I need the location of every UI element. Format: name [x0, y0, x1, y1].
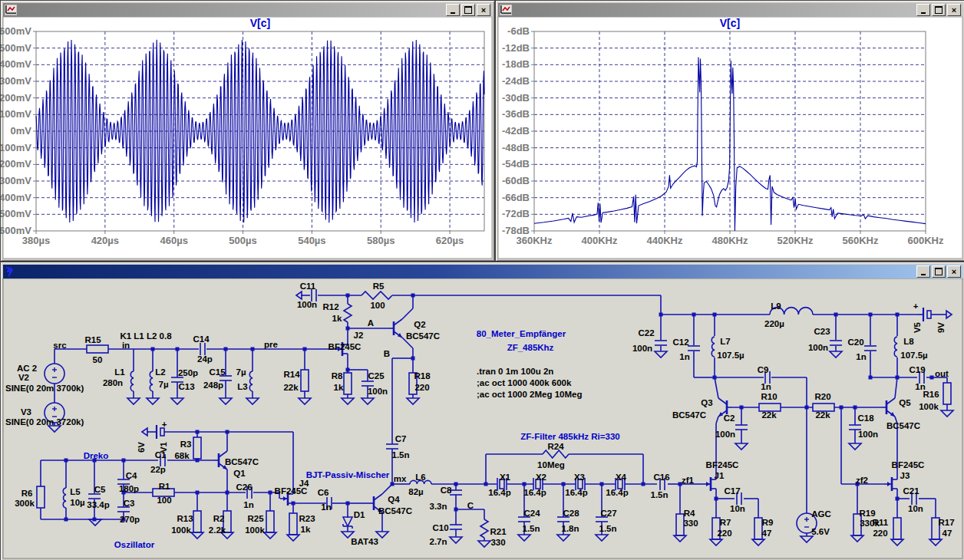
label-22p: 22p [150, 465, 166, 474]
label-100n: 100n [808, 343, 828, 352]
spectrum-titlebar[interactable]: × [498, 3, 962, 17]
label-248p: 248p [203, 380, 223, 390]
close-icon: × [952, 6, 956, 15]
label-L6: L6 [415, 473, 425, 482]
label-C28: C28 [563, 509, 579, 518]
maximize-button[interactable] [932, 4, 946, 16]
minimize-button[interactable] [446, 4, 460, 16]
maximize-button[interactable] [932, 265, 946, 278]
label-100: 100 [370, 301, 385, 310]
label-1.5n: 1.5n [599, 524, 616, 533]
close-icon: × [952, 268, 956, 276]
close-button[interactable]: × [947, 265, 961, 278]
schematic-canvas[interactable]: K1 L1 L2 0.8srcR1550inAC 2V2SINE(0 20m 3… [1, 262, 964, 560]
plot-icon [500, 5, 512, 15]
label-R14: R14 [283, 370, 300, 379]
label-pre: pre [264, 340, 278, 349]
label-C9: C9 [758, 365, 769, 374]
label-C10: C10 [432, 523, 448, 532]
label-R10: R10 [761, 392, 777, 401]
label-C23: C23 [814, 327, 830, 336]
label-R6: R6 [21, 489, 33, 498]
minimize-button[interactable] [916, 265, 930, 278]
label-R13: R13 [177, 514, 193, 523]
label-SINE(0 20m 3720k): SINE(0 20m 3720k) [5, 417, 84, 427]
svg-text:200mV: 200mV [1, 92, 31, 104]
label-J1: J1 [715, 471, 725, 480]
label-R25: R25 [247, 514, 264, 523]
svg-text:600mV: 600mV [1, 25, 31, 37]
label-R9: R9 [762, 518, 774, 527]
close-button[interactable]: × [947, 4, 961, 16]
label-7µ: 7µ [236, 367, 246, 377]
label-22k: 22k [283, 383, 299, 392]
label-220: 220 [717, 529, 731, 538]
label-L7: L7 [720, 337, 730, 346]
waveform-titlebar[interactable]: × [3, 3, 492, 17]
label-1.5n: 1.5n [391, 450, 409, 460]
waveform-plot-canvas[interactable]: 380µs420µs460µs500µs540µs580µs620µs600mV… [1, 1, 494, 261]
desktop: { "colors":{ "titlebar_active_left":"#0a… [0, 0, 964, 560]
label-R5: R5 [373, 282, 385, 291]
label-R15: R15 [84, 335, 101, 344]
label-V3: V3 [21, 407, 31, 417]
label-X1: X1 [500, 473, 511, 482]
label-C22: C22 [638, 328, 654, 338]
label-50: 50 [93, 355, 103, 364]
schematic-window: × K1 L1 L2 0.8srcR1550inAC 2V2SINE(0 20m… [0, 262, 964, 560]
schematic-titlebar[interactable]: × [3, 265, 962, 278]
maximize-icon [935, 6, 943, 14]
svg-text:-72dB: -72dB [502, 208, 530, 219]
label-ZF-Filter 485kHz Ri=330: ZF-Filter 485kHz Ri=330 [520, 432, 619, 441]
label-K1 L1 L2 0.8: K1 L1 L2 0.8 [120, 331, 172, 341]
svg-text:-48dB: -48dB [502, 142, 530, 153]
label-AGC: AGC [811, 509, 831, 519]
label-2.2k: 2.2k [209, 525, 226, 535]
label-1n: 1n [321, 502, 331, 512]
label-V5: V5 [913, 321, 922, 333]
svg-text:380µs: 380µs [22, 235, 50, 246]
label-C7: C7 [395, 434, 407, 443]
label-C15: C15 [209, 367, 226, 377]
svg-text:-42dB: -42dB [502, 125, 530, 137]
label-R20: R20 [814, 392, 830, 401]
label-1k: 1k [301, 525, 311, 534]
label-;ac oct 1000 400k 600k: ;ac oct 1000 400k 600k [477, 378, 572, 387]
label-in: in [122, 341, 130, 350]
svg-text:440KHz: 440KHz [647, 235, 683, 246]
label-C24: C24 [523, 509, 540, 518]
svg-text:500mV: 500mV [1, 42, 31, 54]
label-100n: 100n [715, 430, 735, 439]
svg-text:480KHz: 480KHz [712, 235, 748, 246]
label-1n: 1n [761, 382, 771, 391]
label-82µ: 82µ [408, 487, 423, 496]
label-R7: R7 [720, 518, 731, 527]
label-R12: R12 [322, 302, 338, 311]
label-1k: 1k [334, 383, 344, 392]
svg-text:-100mV: -100mV [1, 142, 31, 153]
label-C14: C14 [193, 334, 210, 344]
svg-text:-6dB: -6dB [507, 25, 530, 37]
label-9V: 9V [936, 322, 946, 333]
minimize-icon [451, 12, 455, 14]
label-330: 330 [683, 519, 698, 528]
label-out: out [935, 369, 949, 378]
label-C5: C5 [94, 485, 106, 494]
svg-text:520KHz: 520KHz [777, 235, 814, 246]
svg-text:620µs: 620µs [436, 235, 464, 246]
minimize-button[interactable] [916, 4, 930, 16]
label-L8: L8 [903, 337, 914, 346]
label-C: C [467, 501, 474, 510]
close-button[interactable]: × [477, 4, 490, 16]
label-B: B [384, 349, 390, 358]
label-1k: 1k [332, 314, 342, 323]
label-ZF_485Khz: ZF_485Khz [507, 343, 554, 352]
label-J2: J2 [354, 331, 364, 340]
label-.tran 0 1m 100u 2n: .tran 0 1m 100u 2n [477, 367, 553, 376]
spectrum-plot-canvas[interactable]: 360KHz400KHz440KHz480KHz520KHz560KHz600K… [496, 1, 964, 261]
label-R2: R2 [213, 514, 225, 523]
label-100: 100 [157, 496, 171, 505]
maximize-button[interactable] [461, 4, 475, 16]
label-180p: 180p [119, 484, 139, 493]
label-C11: C11 [300, 282, 316, 291]
